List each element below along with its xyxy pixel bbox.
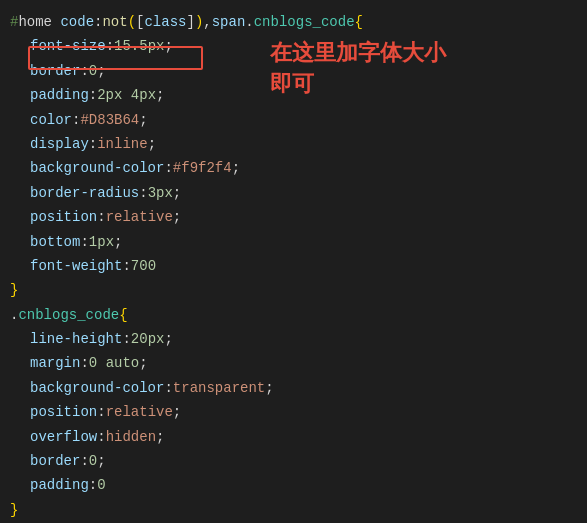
prop-display-value: inline (97, 133, 147, 155)
prop-border-radius-name: border-radius (30, 182, 139, 204)
code-line-13: .cnblogs_code{ (0, 303, 587, 327)
prop-colon: : (97, 426, 105, 448)
code-line-1: #home code:not([class]),span.cnblogs_cod… (0, 10, 587, 34)
close-brace-2: } (10, 499, 18, 521)
selector-span: span (212, 11, 246, 33)
code-line-20: padding:0 (0, 473, 587, 497)
prop-border-name: border (30, 60, 80, 82)
code-line-9: position:relative; (0, 205, 587, 229)
selector-bracket-close: ] (186, 11, 194, 33)
prop-semicolon: ; (139, 352, 147, 374)
prop-semicolon: ; (156, 84, 164, 106)
prop-bg2-value: transparent (173, 377, 265, 399)
prop-color-name: color (30, 109, 72, 131)
prop-border2-value: 0 (89, 450, 97, 472)
prop-semicolon: ; (265, 377, 273, 399)
prop-position-name: position (30, 206, 97, 228)
prop-font-size-value: 15.5px (114, 35, 164, 57)
prop-bottom-value: 1px (89, 231, 114, 253)
code-line-19: border:0; (0, 449, 587, 473)
code-line-18: overflow:hidden; (0, 425, 587, 449)
prop-position-value: relative (106, 206, 173, 228)
selector-cnblogs-code: cnblogs_code (254, 11, 355, 33)
prop-bg2-name: background-color (30, 377, 164, 399)
prop-font-size-name: font-size (30, 35, 106, 57)
prop-colon: : (89, 133, 97, 155)
selector-code: code (60, 11, 94, 33)
prop-semicolon: ; (164, 35, 172, 57)
prop-colon: : (80, 352, 88, 374)
prop-semicolon: ; (148, 133, 156, 155)
annotation-line2: 即可 (270, 71, 314, 96)
selector2-name: cnblogs_code (18, 304, 119, 326)
prop-overflow-name: overflow (30, 426, 97, 448)
prop-border2-name: border (30, 450, 80, 472)
prop-margin-value: 0 auto (89, 352, 139, 374)
prop-line-height-value: 20px (131, 328, 165, 350)
code-line-14: line-height:20px; (0, 327, 587, 351)
prop-colon: : (122, 255, 130, 277)
code-line-5: color:#D83B64; (0, 108, 587, 132)
selector2-brace: { (119, 304, 127, 326)
prop-colon: : (89, 474, 97, 496)
selector2-dot: . (10, 304, 18, 326)
prop-padding-name: padding (30, 84, 89, 106)
prop-position2-name: position (30, 401, 97, 423)
code-line-15: margin:0 auto; (0, 351, 587, 375)
prop-colon: : (97, 206, 105, 228)
prop-bg-name: background-color (30, 157, 164, 179)
prop-display-name: display (30, 133, 89, 155)
code-line-7: background-color:#f9f2f4; (0, 156, 587, 180)
prop-colon: : (122, 328, 130, 350)
selector-paren-close: ) (195, 11, 203, 33)
prop-semicolon: ; (97, 450, 105, 472)
prop-bottom-name: bottom (30, 231, 80, 253)
prop-colon: : (164, 377, 172, 399)
code-editor: #home code:not([class]),span.cnblogs_cod… (0, 0, 587, 523)
prop-colon: : (80, 450, 88, 472)
prop-colon: : (80, 60, 88, 82)
code-line-12: } (0, 278, 587, 302)
prop-padding-value: 2px 4px (97, 84, 156, 106)
prop-overflow-value: hidden (106, 426, 156, 448)
code-line-8: border-radius:3px; (0, 181, 587, 205)
prop-font-weight-value: 700 (131, 255, 156, 277)
selector-colon: : (94, 11, 102, 33)
prop-colon: : (97, 401, 105, 423)
prop-colon: : (164, 157, 172, 179)
code-line-10: bottom:1px; (0, 230, 587, 254)
prop-semicolon: ; (173, 401, 181, 423)
selector-bracket-open: [ (136, 11, 144, 33)
selector-class-attr: class (144, 11, 186, 33)
prop-font-weight-name: font-weight (30, 255, 122, 277)
prop-colon: : (89, 84, 97, 106)
close-brace-1: } (10, 279, 18, 301)
prop-semicolon: ; (164, 328, 172, 350)
selector-not: not (102, 11, 127, 33)
code-line-21: } (0, 498, 587, 522)
prop-semicolon: ; (173, 206, 181, 228)
code-line-17: position:relative; (0, 400, 587, 424)
prop-color-value: #D83B64 (80, 109, 139, 131)
prop-semicolon: ; (139, 109, 147, 131)
prop-line-height-name: line-height (30, 328, 122, 350)
prop-semicolon: ; (97, 60, 105, 82)
prop-semicolon: ; (173, 182, 181, 204)
selector-paren-open: ( (128, 11, 136, 33)
prop-padding2-name: padding (30, 474, 89, 496)
selector-hash-symbol: # (10, 11, 18, 33)
prop-colon: : (72, 109, 80, 131)
annotation-text: 在这里加字体大小 即可 (270, 38, 446, 100)
selector-open-brace: { (355, 11, 363, 33)
prop-border-value: 0 (89, 60, 97, 82)
selector-dot: . (245, 11, 253, 33)
prop-colon: : (139, 182, 147, 204)
code-line-11: font-weight:700 (0, 254, 587, 278)
prop-semicolon: ; (156, 426, 164, 448)
prop-bg-value: #f9f2f4 (173, 157, 232, 179)
prop-border-radius-value: 3px (148, 182, 173, 204)
selector-comma: , (203, 11, 211, 33)
code-line-16: background-color:transparent; (0, 376, 587, 400)
prop-semicolon: ; (114, 231, 122, 253)
prop-position2-value: relative (106, 401, 173, 423)
